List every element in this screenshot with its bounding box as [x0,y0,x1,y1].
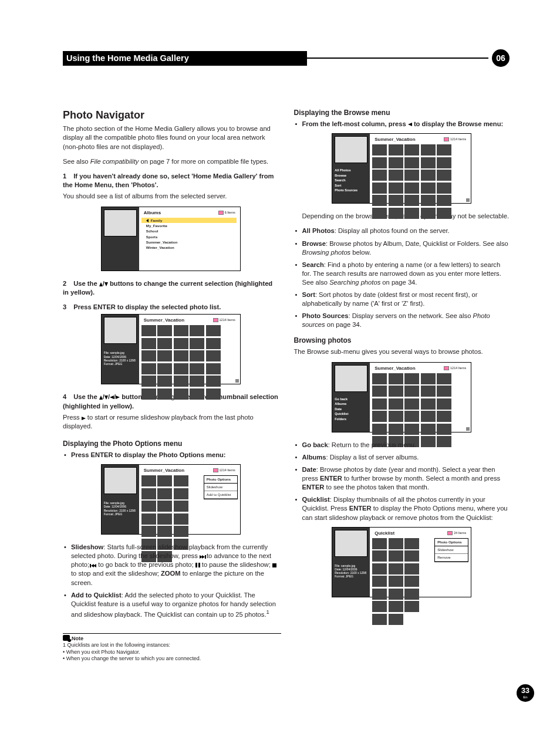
intro-para: The photo section of the Home Media Gall… [63,124,279,151]
step-4-sub: Press to start or resume slideshow playb… [63,413,279,431]
step-3: 3Press ENTER to display the selected pho… [63,303,279,312]
header-rule [306,58,488,59]
prev-track-icon [91,564,96,567]
browsing-photos-heading: Browsing photos [294,336,510,345]
page-number: 33 En [517,684,534,702]
footnote-header: Note [63,635,510,642]
add-to-quicklist-item: Add to Quicklist: Add the selected photo… [63,591,279,619]
chapter-title: Using the Home Media Gallery [63,51,307,66]
screenshot-photo-options: File: sample.jpg Date: 12/04/2006 Resolu… [101,464,241,535]
up-arrow-icon [99,396,103,400]
browse-lead: From the left-most column, press to disp… [294,120,510,129]
seealso-para: See also File compatibility on page 7 fo… [63,157,279,166]
step-1-sub: You should see a list of albums from the… [63,192,279,201]
right-column: Displaying the Browse menu From the left… [294,108,510,624]
screenshot-quicklist: File: sample.jpg Date: 12/04/2006 Resolu… [332,527,471,597]
down-arrow-icon [104,396,108,400]
browse-menu-heading: Displaying the Browse menu [294,108,510,117]
step-1: 1If you haven't already done so, select … [63,172,279,190]
screenshot-browse-menu: All Photos Browse Search Sort Photo Sour… [332,133,471,204]
up-arrow-icon [99,282,103,286]
left-arrow-icon [110,396,114,399]
left-arrow-icon [408,123,412,126]
screenshot-browse-submenu: Go back Albums Date Quicklist Folders Su… [332,362,471,432]
screenshot-thumbnails: File: sample.jpg Date: 12/04/2006 Resolu… [101,314,241,384]
note-icon [63,635,70,641]
footnote-rule [63,633,281,634]
section-heading: Photo Navigator [63,108,279,122]
left-column: Photo Navigator The photo section of the… [63,108,279,624]
slideshow-item: Slideshow: Starts full-screen slideshow … [63,543,279,587]
options-instruct: Press ENTER to display the Photo Options… [63,451,279,459]
chapter-header: Using the Home Media Gallery 06 [63,49,510,67]
photo-options-heading: Displaying the Photo Options menu [63,439,279,448]
pause-icon [195,563,200,567]
stop-icon [272,563,276,567]
screenshot-albums: Albums 6 Items Family My_Favorite School… [101,207,241,271]
next-track-icon [200,555,205,559]
play-icon [82,417,86,420]
browsing-photos-intro: The Browse sub-menu gives you several wa… [294,347,510,356]
chapter-number: 06 [492,49,510,67]
step-2: 2Use the / buttons to change the current… [63,279,279,297]
